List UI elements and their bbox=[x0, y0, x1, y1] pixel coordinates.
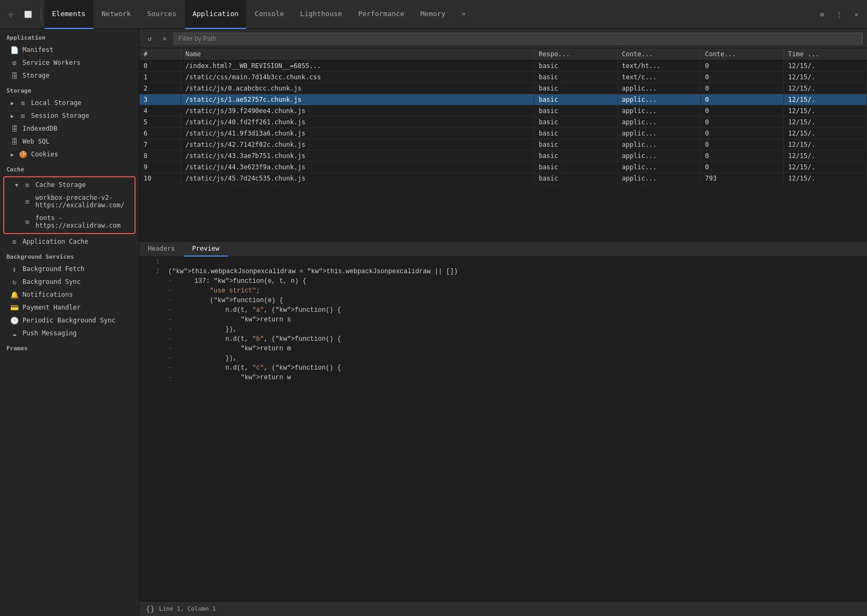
code-text: "kw">return m bbox=[179, 344, 291, 354]
expand-arrow-cookies: ▶ bbox=[11, 152, 14, 157]
application-cache-icon: ≡ bbox=[11, 238, 18, 245]
more-options-icon[interactable]: ⋮ bbox=[833, 8, 846, 21]
sidebar-item-local-storage[interactable]: ▶ ≡ Local Storage bbox=[0, 96, 139, 109]
cell-name: /static/js/45.7d24c535.chunk.js bbox=[181, 173, 534, 184]
cell-time: 12/15/. bbox=[783, 61, 866, 72]
sidebar-item-storage[interactable]: 🗄 Storage bbox=[0, 69, 139, 82]
tab-preview[interactable]: Preview bbox=[184, 242, 228, 257]
tab-performance[interactable]: Performance bbox=[350, 0, 412, 29]
sidebar-item-cookies[interactable]: ▶ 🍪 Cookies bbox=[0, 148, 139, 161]
sidebar-item-web-sql[interactable]: 🗄 Web SQL bbox=[0, 135, 139, 148]
cell-time: 12/15/. bbox=[783, 83, 866, 94]
cell-resp: basic bbox=[534, 94, 617, 106]
filter-input[interactable] bbox=[174, 33, 863, 44]
sidebar-item-application-cache[interactable]: ≡ Application Cache bbox=[0, 235, 139, 248]
code-line: – "kw">return m bbox=[139, 344, 867, 354]
code-line: – ("kw">function(e) { bbox=[139, 296, 867, 305]
push-messaging-icon: ☁ bbox=[11, 329, 18, 337]
sidebar-item-workbox[interactable]: ≡ workbox-precache-v2-https://excalidraw… bbox=[4, 191, 134, 212]
table-row[interactable]: 5/static/js/40.fd2ff261.chunk.jsbasicapp… bbox=[139, 117, 867, 128]
code-text: ("kw">this.webpackJsonpexcalidraw = "kw"… bbox=[168, 267, 458, 276]
storage-icon: 🗄 bbox=[11, 72, 18, 79]
table-row[interactable]: 3/static/js/1.ae52757c.chunk.jsbasicappl… bbox=[139, 94, 867, 106]
refresh-button[interactable]: ↺ bbox=[144, 33, 155, 44]
tab-console[interactable]: Console bbox=[247, 0, 292, 29]
tab-application[interactable]: Application bbox=[185, 0, 246, 29]
tab-memory[interactable]: Memory bbox=[413, 0, 453, 29]
line-number bbox=[144, 363, 160, 373]
table-row[interactable]: 9/static/js/44.3e623f9a.chunk.jsbasicapp… bbox=[139, 162, 867, 173]
sidebar-item-indexeddb[interactable]: 🗄 IndexedDB bbox=[0, 122, 139, 135]
tab-network[interactable]: Network bbox=[94, 0, 139, 29]
line-dash: – bbox=[168, 305, 175, 315]
cell-cenc: 0 bbox=[700, 61, 783, 72]
sidebar-item-periodic-bg-sync[interactable]: 🕐 Periodic Background Sync bbox=[0, 314, 139, 327]
line-number bbox=[144, 305, 160, 315]
sidebar-item-bg-sync[interactable]: ↻ Background Sync bbox=[0, 275, 139, 288]
sidebar-item-payment-handler[interactable]: 💳 Payment Handler bbox=[0, 301, 139, 314]
line-number bbox=[144, 296, 160, 305]
notifications-icon: 🔔 bbox=[11, 291, 18, 298]
indexeddb-icon: 🗄 bbox=[11, 125, 18, 132]
table-row[interactable]: 0/index.html?__WB_REVISION__=6855...basi… bbox=[139, 61, 867, 72]
tab-lighthouse[interactable]: Lighthouse bbox=[293, 0, 349, 29]
tab-more[interactable]: » bbox=[454, 0, 473, 29]
bg-sync-icon: ↻ bbox=[11, 278, 18, 286]
cell-cenc: 0 bbox=[700, 139, 783, 151]
clear-button[interactable]: ✕ bbox=[159, 33, 170, 44]
cell-resp: basic bbox=[534, 139, 617, 151]
cell-num: 1 bbox=[139, 72, 181, 83]
sidebar-item-cache-storage[interactable]: ▼ ≡ Cache Storage bbox=[4, 178, 134, 191]
cell-name: /static/css/main.7d14b3cc.chunk.css bbox=[181, 72, 534, 83]
table-row[interactable]: 1/static/css/main.7d14b3cc.chunk.cssbasi… bbox=[139, 72, 867, 83]
cache-section-label: Cache bbox=[0, 161, 139, 175]
cell-cenc: 0 bbox=[700, 83, 783, 94]
code-view[interactable]: 12("kw">this.webpackJsonpexcalidraw = "k… bbox=[139, 257, 867, 601]
sidebar-item-push-messaging[interactable]: ☁ Push Messaging bbox=[0, 327, 139, 340]
sidebar-item-bg-fetch[interactable]: ↕ Background Fetch bbox=[0, 262, 139, 275]
line-dash: – bbox=[168, 373, 175, 382]
line-number bbox=[144, 325, 160, 334]
expand-arrow-session-storage: ▶ bbox=[11, 113, 14, 119]
cell-cenc: 0 bbox=[700, 117, 783, 128]
code-text: }), bbox=[179, 354, 237, 363]
col-header-time: Time ... bbox=[783, 48, 866, 61]
code-text: n.d(t, "b", ("kw">function() { bbox=[179, 334, 341, 344]
periodic-bg-sync-icon: 🕐 bbox=[11, 317, 18, 324]
tab-headers[interactable]: Headers bbox=[139, 242, 184, 257]
tab-elements[interactable]: Elements bbox=[44, 0, 93, 29]
cell-num: 0 bbox=[139, 61, 181, 72]
cursor-icon[interactable]: ⊹ bbox=[4, 8, 17, 21]
sidebar-item-fonts[interactable]: ≡ fonts - https://excalidraw.com bbox=[4, 212, 134, 232]
sidebar-item-notifications[interactable]: 🔔 Notifications bbox=[0, 288, 139, 301]
cell-ctype: applic... bbox=[617, 83, 700, 94]
sidebar-item-manifest[interactable]: 📄 Manifest bbox=[0, 43, 139, 56]
code-line: – n.d(t, "c", ("kw">function() { bbox=[139, 363, 867, 373]
table-row[interactable]: 4/static/js/39.f2490ee4.chunk.jsbasicapp… bbox=[139, 106, 867, 117]
sidebar-item-session-storage[interactable]: ▶ ≡ Session Storage bbox=[0, 109, 139, 122]
sidebar-item-service-workers[interactable]: ⚙ Service Workers bbox=[0, 56, 139, 69]
expand-arrow-local-storage: ▶ bbox=[11, 100, 14, 106]
cell-cenc: 0 bbox=[700, 128, 783, 139]
table-row[interactable]: 2/static/js/0.acabcbcc.chunk.jsbasicappl… bbox=[139, 83, 867, 94]
close-icon[interactable]: ✕ bbox=[850, 8, 863, 21]
cell-name: /static/js/40.fd2ff261.chunk.js bbox=[181, 117, 534, 128]
main-layout: Application 📄 Manifest ⚙ Service Workers… bbox=[0, 29, 867, 616]
settings-icon[interactable]: ⚙ bbox=[816, 8, 828, 21]
cell-resp: basic bbox=[534, 162, 617, 173]
table-row[interactable]: 10/static/js/45.7d24c535.chunk.jsbasicap… bbox=[139, 173, 867, 184]
line-col-display: Line 1, Column 1 bbox=[159, 605, 216, 612]
cell-name: /static/js/43.3ae7b751.chunk.js bbox=[181, 151, 534, 162]
code-line: – }), bbox=[139, 325, 867, 334]
cell-num: 9 bbox=[139, 162, 181, 173]
cell-time: 12/15/. bbox=[783, 139, 866, 151]
device-icon[interactable]: ⬜ bbox=[21, 8, 34, 21]
cache-storage-highlight: ▼ ≡ Cache Storage ≡ workbox-precache-v2-… bbox=[3, 176, 136, 234]
line-dash: – bbox=[168, 363, 175, 373]
table-row[interactable]: 8/static/js/43.3ae7b751.chunk.jsbasicapp… bbox=[139, 151, 867, 162]
tab-sources[interactable]: Sources bbox=[139, 0, 184, 29]
line-dash: – bbox=[168, 296, 175, 305]
table-row[interactable]: 6/static/js/41.9f3d13a6.chunk.jsbasicapp… bbox=[139, 128, 867, 139]
cell-num: 7 bbox=[139, 139, 181, 151]
table-row[interactable]: 7/static/js/42.7142f02c.chunk.jsbasicapp… bbox=[139, 139, 867, 151]
